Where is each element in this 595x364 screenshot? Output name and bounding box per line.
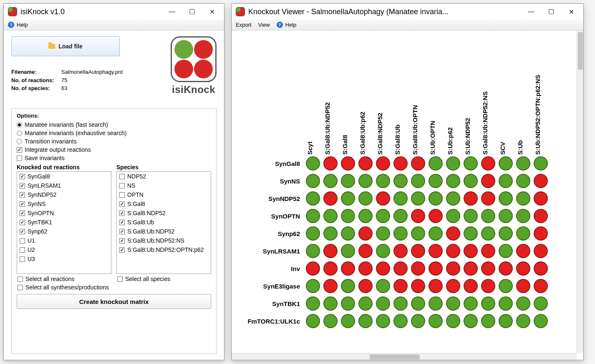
menu-help[interactable]: Help	[17, 22, 28, 28]
list-item[interactable]: U2	[17, 245, 111, 254]
menu-export[interactable]: Export	[236, 22, 252, 28]
matrix-dot	[444, 312, 462, 330]
checkbox-icon[interactable]	[119, 238, 125, 244]
list-item[interactable]: S:Gal8:NDP52	[117, 208, 211, 218]
checkbox-icon[interactable]	[20, 229, 25, 234]
list-item[interactable]: SynOPTN	[17, 208, 111, 218]
select-all-syn-label: Select all syntheses/productions	[25, 284, 109, 291]
list-item[interactable]: S:Gal8:Ub:NDP52	[117, 227, 211, 236]
list-item-label: U1	[28, 237, 35, 244]
reactions-header: Knocked out reactions	[17, 164, 111, 171]
checkbox-icon[interactable]	[20, 183, 25, 188]
checkbox-icon[interactable]	[20, 220, 25, 225]
list-item[interactable]: NDP52	[117, 172, 211, 181]
menubar: ? Help	[4, 20, 224, 30]
select-all-species-checkbox[interactable]	[117, 276, 123, 282]
matrix-viewport[interactable]: ScytS:Gal8:Ub:NDP52S:Gal8S:Gal8:Ub:p62S:…	[232, 30, 583, 360]
close-button[interactable]: ✕	[202, 5, 222, 18]
reactions-listbox[interactable]: SynGal8SynLRSAM1SynNDP52SynNSSynOPTNSynT…	[17, 171, 111, 274]
list-item[interactable]: SynGal8	[17, 172, 111, 181]
titlebar: isiKnock v1.0 — ☐ ✕	[4, 4, 224, 20]
radio-icon[interactable]	[17, 131, 22, 136]
checkbox-icon[interactable]	[20, 174, 25, 179]
maximize-button[interactable]: ☐	[182, 5, 202, 18]
list-item-label: SynTBK1	[28, 219, 52, 226]
list-item[interactable]: OPTN	[117, 190, 211, 199]
matrix-dot	[497, 207, 514, 225]
matrix-dot	[339, 172, 357, 190]
checkbox-icon[interactable]	[119, 247, 125, 253]
horizontal-scrollbar[interactable]	[232, 353, 577, 360]
maximize-button[interactable]: ☐	[542, 5, 561, 18]
select-all-reactions-label: Select all reactions	[25, 276, 75, 282]
species-listbox[interactable]: NDP52NSOPTNS:Gal8S:Gal8:NDP52S:Gal8:UbS:…	[116, 171, 211, 274]
column-header: S:Gal8:Ub:NDP52:NS	[482, 137, 489, 155]
checkbox-icon[interactable]	[119, 211, 125, 216]
list-item[interactable]: U1	[17, 236, 111, 245]
checkbox-label: Save invariants	[25, 155, 65, 161]
create-knockout-button[interactable]: Create knockout matrix	[17, 294, 211, 309]
list-item[interactable]: SynNS	[17, 199, 111, 208]
close-button[interactable]: ✕	[562, 5, 581, 18]
option-check-1[interactable]: Save invariants	[17, 154, 211, 162]
list-item[interactable]: S:Gal8	[117, 199, 211, 208]
menu-view[interactable]: View	[258, 22, 270, 28]
list-item[interactable]: S:Gal8:Ub	[117, 218, 211, 227]
matrix-dot	[392, 225, 409, 242]
matrix-dot	[339, 260, 357, 277]
checkbox-icon[interactable]	[119, 183, 125, 188]
checkbox-icon[interactable]	[20, 238, 25, 244]
select-all-reactions-checkbox[interactable]	[18, 276, 23, 282]
minimize-button[interactable]: —	[162, 5, 182, 18]
option-radio-1[interactable]: Manatee invariants (exhaustive search)	[17, 129, 211, 137]
list-item[interactable]: Synp62	[17, 227, 111, 236]
option-check-0[interactable]: Integrate output reactions	[17, 146, 211, 154]
checkbox-icon[interactable]	[119, 229, 125, 234]
list-item-label: S:Gal8:Ub:NDP52:NS	[127, 237, 184, 244]
checkbox-icon[interactable]	[17, 156, 22, 161]
checkbox-label: Integrate output reactions	[25, 146, 91, 153]
list-item[interactable]: SynNDP52	[17, 190, 111, 199]
option-radio-0[interactable]: Manatee invariants (fast search)	[17, 120, 211, 129]
list-item-label: NS	[127, 182, 135, 189]
checkbox-icon[interactable]	[119, 192, 125, 198]
list-item[interactable]: SynTBK1	[17, 218, 111, 227]
list-item[interactable]: S:Gal8:Ub:NDP52:OPTN:p62	[117, 245, 211, 254]
radio-icon[interactable]	[17, 139, 22, 144]
option-radio-2[interactable]: Transition invariants	[17, 137, 211, 146]
matrix-dot	[479, 295, 497, 312]
checkbox-icon[interactable]	[119, 201, 125, 207]
menu-help[interactable]: Help	[285, 22, 297, 28]
matrix-row: Synp62	[237, 225, 550, 242]
minimize-button[interactable]: —	[522, 5, 541, 18]
matrix-dot	[514, 225, 532, 242]
column-header: Scyt	[306, 137, 313, 155]
matrix-dot	[427, 155, 444, 172]
checkbox-icon[interactable]	[20, 247, 25, 253]
app-icon	[8, 7, 17, 16]
checkbox-icon[interactable]	[17, 147, 22, 153]
list-item[interactable]: U3	[17, 254, 111, 264]
matrix-dot	[409, 260, 427, 277]
checkbox-icon[interactable]	[20, 211, 25, 216]
checkbox-icon[interactable]	[20, 256, 25, 262]
matrix-dot	[444, 242, 462, 260]
vertical-scrollbar[interactable]	[577, 30, 583, 353]
checkbox-icon[interactable]	[20, 201, 25, 207]
column-header: S:Ub:p62	[446, 137, 454, 155]
list-item-label: NDP52	[127, 173, 146, 180]
window-title: Knockout Viewer - SalmonellaAutophagy (M…	[248, 8, 522, 16]
radio-icon[interactable]	[17, 122, 22, 128]
load-file-button[interactable]: Load file	[11, 36, 120, 56]
checkbox-icon[interactable]	[20, 192, 25, 198]
list-item[interactable]: SynLRSAM1	[17, 181, 111, 190]
checkbox-icon[interactable]	[119, 220, 125, 225]
list-item[interactable]: NS	[117, 181, 211, 190]
matrix-dot	[357, 312, 374, 330]
matrix-dot	[374, 190, 392, 207]
column-header: S:Gal8:NDP52	[376, 137, 383, 155]
select-all-syn-checkbox[interactable]	[18, 285, 23, 290]
matrix-dot	[409, 242, 427, 260]
checkbox-icon[interactable]	[119, 174, 125, 179]
list-item[interactable]: S:Gal8:Ub:NDP52:NS	[117, 236, 211, 245]
